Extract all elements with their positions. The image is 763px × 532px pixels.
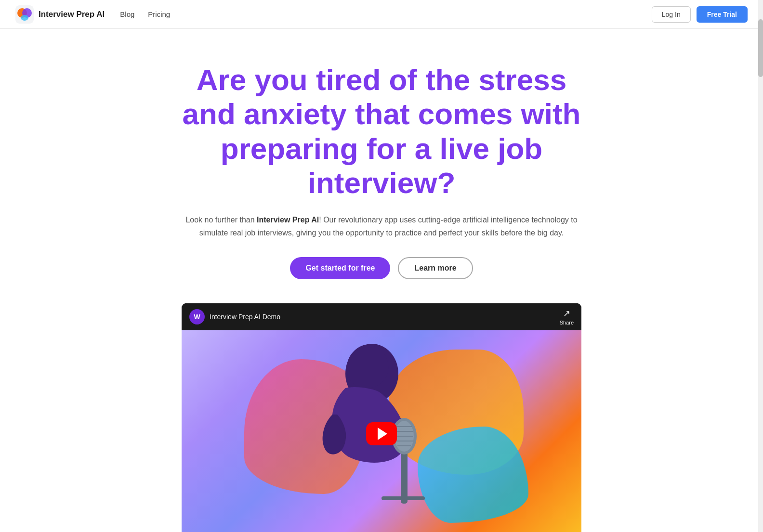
video-header: W Interview Prep AI Demo ↗ Share [182,303,581,330]
scrollbar[interactable] [758,0,763,532]
navbar: Interview Prep AI Blog Pricing Log In Fr… [0,0,763,29]
video-wrapper: W Interview Prep AI Demo ↗ Share [182,303,581,532]
get-started-button[interactable]: Get started for free [290,257,390,279]
subtitle-prefix: Look no further than [185,216,257,224]
video-container[interactable]: W Interview Prep AI Demo ↗ Share [182,303,581,532]
subtitle-brand: Interview Prep AI [257,216,319,224]
hero-buttons: Get started for free Learn more [174,257,589,279]
video-thumbnail[interactable] [182,330,581,532]
hero-subtitle: Look no further than Interview Prep AI! … [174,213,589,239]
scrollbar-thumb[interactable] [758,19,763,77]
brand-name: Interview Prep AI [39,10,105,19]
brand-link[interactable]: Interview Prep AI [15,5,105,24]
svg-point-3 [21,15,28,21]
share-icon: ↗ [563,308,570,319]
navbar-right: Log In Free Trial [652,6,748,23]
nav-pricing[interactable]: Pricing [148,10,170,18]
video-header-left: W Interview Prep AI Demo [189,309,280,324]
free-trial-button[interactable]: Free Trial [697,6,748,23]
navbar-links: Blog Pricing [120,10,170,18]
svg-rect-6 [382,496,425,500]
hero-title: Are you tired of the stress and anxiety … [174,63,589,200]
channel-avatar: W [189,309,205,324]
share-label: Share [560,320,574,325]
learn-more-button[interactable]: Learn more [398,257,473,279]
nav-blog[interactable]: Blog [120,10,134,18]
login-button[interactable]: Log In [652,6,691,23]
hero-section: Are you tired of the stress and anxiety … [165,29,598,532]
video-title: Interview Prep AI Demo [210,313,280,321]
share-button[interactable]: ↗ Share [560,308,574,325]
logo-icon [15,5,34,24]
play-button[interactable] [366,422,397,445]
